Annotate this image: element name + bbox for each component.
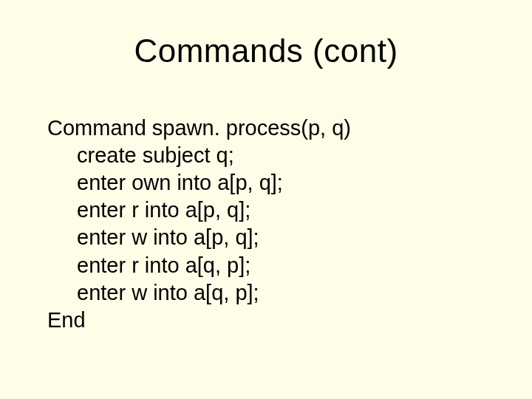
command-step: create subject q; (47, 142, 488, 169)
slide-title: Commands (cont) (0, 33, 532, 69)
command-end: End (47, 307, 488, 334)
slide: Commands (cont) Command spawn. process(p… (0, 0, 532, 399)
slide-body: Command spawn. process(p, q) create subj… (47, 115, 488, 334)
command-step: enter w into a[p, q]; (47, 224, 488, 251)
command-step: enter r into a[q, p]; (47, 252, 488, 279)
command-step: enter own into a[p, q]; (47, 169, 488, 197)
command-header: Command spawn. process(p, q) (47, 115, 488, 142)
command-step: enter r into a[p, q]; (47, 197, 488, 224)
command-step: enter w into a[q, p]; (47, 279, 488, 307)
